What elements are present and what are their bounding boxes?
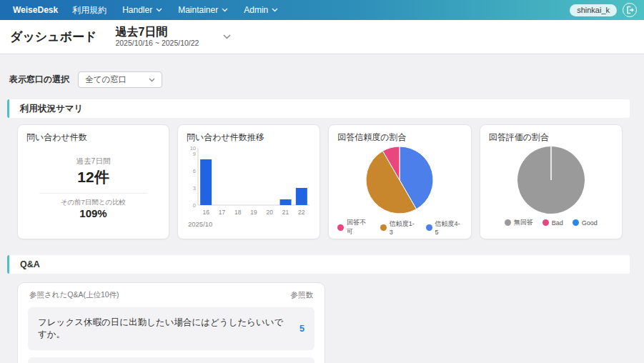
qa-row-1[interactable]: 「エラー：勤務時間が所定労働時間を超えています。残業申請を申請してく…5 [28,357,314,363]
chevron-down-icon [272,8,278,12]
qa-card-header: 参照されたQ&A(上位10件) 参照数 [28,290,314,300]
rating-legend: 無回答BadGood [489,218,613,227]
svg-text:6: 6 [193,168,196,174]
qa-rows: フレックス休暇の日に出勤したい場合にはどうしたらいいですか。5「エラー：勤務時間… [28,307,314,363]
page-title: ダッシュボード [10,29,96,45]
legend-dot [380,224,387,231]
legend-dot [543,219,549,226]
user-badge: shinkai_k [570,4,617,16]
confidence-pie-chart [364,144,435,216]
svg-text:17: 17 [219,209,226,216]
page-header: ダッシュボード 過去7日間 2025/10/16 ~ 2025/10/22 [0,20,644,54]
svg-text:3: 3 [193,185,196,192]
legend-item-2: 信頼度4-5 [426,218,462,237]
legend-item-0: 回答不可 [337,218,371,237]
nav-item-label: Maintainer [178,5,218,15]
legend-item-1: Bad [543,218,563,227]
card-confidence-pie: 回答信頼度の割合 回答不可信頼度1-3信頼度4-5 [328,124,471,239]
legend-dot [505,219,511,226]
svg-text:9: 9 [193,151,196,157]
card-inquiry-count: 問い合わせ件数 過去7日間 12件 その前7日間との比較 109% [17,124,169,239]
legend-label: 信頼度1-3 [390,219,417,236]
summary-cards-row: 問い合わせ件数 過去7日間 12件 その前7日間との比較 109% 問い合わせ件… [17,124,623,239]
chevron-down-icon [223,34,231,39]
svg-text:19: 19 [250,209,257,216]
section-usage-summary-title: 利用状況サマリ [20,103,83,115]
rating-pie-wrap [489,144,613,216]
chevron-down-icon [156,8,162,12]
filter-label: 表示窓口の選択 [9,74,69,86]
card-inquiry-trend: 問い合わせ件数推移 10963016171819202122 2025/10 [177,124,320,239]
nav-menu: 利用規約HandlerMaintainerAdmin [72,4,278,16]
rating-pie-chart [515,144,587,216]
svg-text:22: 22 [298,209,305,216]
legend-label: 回答不可 [347,218,371,237]
nav-item-1[interactable]: Handler [122,5,162,15]
period-label: 過去7日間 [115,26,199,39]
inquiry-count-value: 12件 [26,167,160,187]
nav-item-label: 利用規約 [72,4,106,16]
logout-button[interactable] [623,3,637,17]
svg-text:20: 20 [267,209,274,216]
qa-referenced-card: 参照されたQ&A(上位10件) 参照数 フレックス休暇の日に出勤したい場合にはど… [17,282,325,363]
qa-reference-count: 5 [299,324,304,334]
section-qa: Q&A [7,255,630,274]
legend-dot [426,224,432,231]
legend-label: 無回答 [514,218,533,227]
chevron-down-icon [222,8,228,12]
window-select[interactable]: 全ての窓口 [78,71,162,88]
nav-item-0[interactable]: 利用規約 [72,4,106,16]
brand-logo[interactable]: WeiseDesk [13,5,58,15]
period-selector[interactable]: 過去7日間 2025/10/16 ~ 2025/10/22 [115,26,231,47]
bar-16 [200,159,212,205]
section-usage-summary: 利用状況サマリ [7,99,630,118]
legend-dot [337,224,344,231]
bar-22 [296,188,307,205]
bar-21 [280,199,292,205]
divider [39,193,147,194]
legend-item-1: 信頼度1-3 [380,218,417,237]
nav-item-label: Admin [244,5,268,15]
legend-label: Good [582,219,598,227]
qa-card-title: 参照されたQ&A(上位10件) [29,290,119,300]
card-rating-title: 回答評価の割合 [489,131,613,144]
top-navbar: WeiseDesk 利用規約HandlerMaintainerAdmin shi… [0,0,644,20]
confidence-legend: 回答不可信頼度1-3信頼度4-5 [337,218,462,237]
chevron-down-icon [149,78,155,82]
nav-item-3[interactable]: Admin [244,5,278,15]
card-rating-pie: 回答評価の割合 無回答BadGood [480,124,623,239]
dashboard-content: 表示窓口の選択 全ての窓口 利用状況サマリ 問い合わせ件数 過去7日間 12件 … [0,54,644,363]
inquiry-compare-value: 109% [26,207,160,219]
inquiry-trend-bar-chart: 10963016171819202122 [187,144,312,219]
inquiry-compare-label: その前7日間との比較 [26,198,160,207]
period-range: 2025/10/16 ~ 2025/10/22 [115,39,199,48]
nav-item-2[interactable]: Maintainer [178,5,228,15]
svg-text:16: 16 [202,209,209,216]
legend-label: Bad [552,219,563,227]
card-confidence-title: 回答信頼度の割合 [337,131,462,144]
svg-text:18: 18 [234,209,242,216]
qa-count-column-header: 参照数 [291,290,314,300]
bar-chart-x-axis-title: 2025/10 [188,220,311,228]
qa-question: フレックス休暇の日に出勤したい場合にはどうしたらいいですか。 [38,317,292,341]
inquiry-count-body: 過去7日間 12件 その前7日間との比較 109% [26,156,160,219]
confidence-pie-wrap [337,144,462,216]
legend-item-2: Good [573,218,598,227]
legend-label: 信頼度4-5 [435,219,462,236]
card-inquiry-count-title: 問い合わせ件数 [26,131,160,144]
svg-text:21: 21 [282,209,289,216]
legend-dot [573,219,579,226]
legend-item-0: 無回答 [505,218,533,227]
svg-text:0: 0 [193,202,196,209]
qa-row-0[interactable]: フレックス休暇の日に出勤したい場合にはどうしたらいいですか。5 [28,307,314,350]
nav-item-label: Handler [122,5,152,15]
inquiry-period-label: 過去7日間 [26,156,160,166]
filter-row: 表示窓口の選択 全ての窓口 [9,71,644,88]
window-select-value: 全ての窓口 [85,74,127,85]
card-inquiry-trend-title: 問い合わせ件数推移 [187,131,311,144]
section-qa-title: Q&A [20,259,40,269]
logout-icon [625,6,634,14]
